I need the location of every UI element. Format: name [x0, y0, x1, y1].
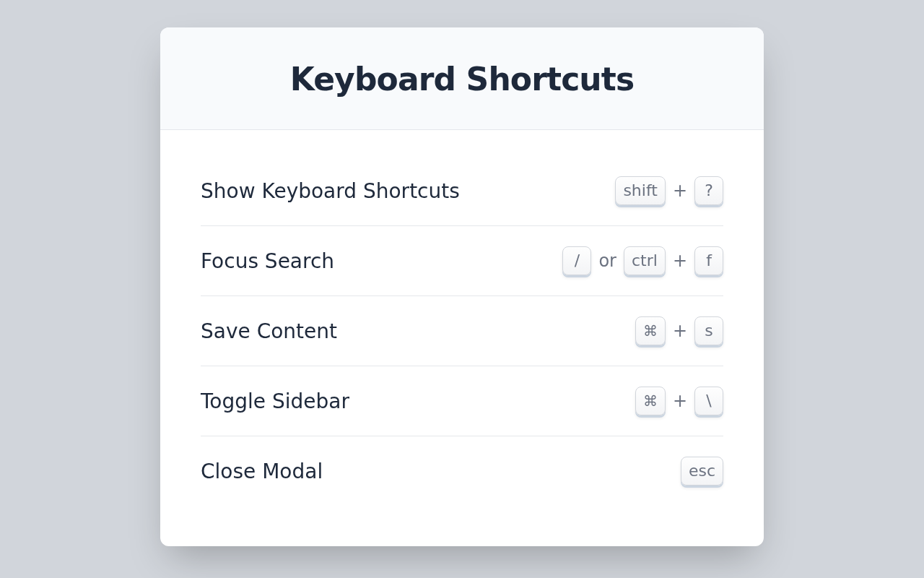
shortcut-label: Save Content: [201, 319, 337, 343]
key-ctrl: ctrl: [624, 246, 666, 275]
separator-or: or: [598, 251, 616, 271]
shortcut-keys: ⌘ + s: [635, 316, 723, 345]
keyboard-shortcuts-modal: Keyboard Shortcuts Show Keyboard Shortcu…: [160, 27, 764, 546]
shortcut-keys: / or ctrl + f: [562, 246, 723, 275]
shortcut-label: Focus Search: [201, 249, 334, 273]
shortcut-row-toggle-sidebar: Toggle Sidebar ⌘ + \: [201, 366, 723, 436]
key-command: ⌘: [635, 316, 666, 345]
key-shift: shift: [615, 176, 666, 205]
separator-plus: +: [673, 251, 687, 271]
modal-body: Show Keyboard Shortcuts shift + ? Focus …: [160, 130, 764, 546]
key-esc: esc: [681, 457, 723, 486]
key-backslash: \: [694, 387, 723, 415]
key-f: f: [694, 246, 723, 275]
shortcut-row-close-modal: Close Modal esc: [201, 436, 723, 506]
key-command: ⌘: [635, 387, 666, 415]
modal-title: Keyboard Shortcuts: [175, 61, 749, 98]
shortcut-keys: shift + ?: [615, 176, 723, 205]
shortcut-keys: esc: [681, 457, 723, 486]
separator-plus: +: [673, 181, 687, 201]
shortcut-row-save-content: Save Content ⌘ + s: [201, 296, 723, 366]
separator-plus: +: [673, 391, 687, 411]
separator-plus: +: [673, 321, 687, 341]
shortcut-label: Close Modal: [201, 460, 323, 483]
key-question-mark: ?: [694, 176, 723, 205]
modal-header: Keyboard Shortcuts: [160, 27, 764, 130]
shortcut-label: Toggle Sidebar: [201, 389, 349, 413]
shortcut-keys: ⌘ + \: [635, 387, 723, 415]
key-s: s: [694, 316, 723, 345]
shortcut-label: Show Keyboard Shortcuts: [201, 179, 460, 203]
key-slash: /: [562, 246, 591, 275]
shortcut-row-show-keyboard-shortcuts: Show Keyboard Shortcuts shift + ?: [201, 156, 723, 226]
shortcut-row-focus-search: Focus Search / or ctrl + f: [201, 226, 723, 296]
